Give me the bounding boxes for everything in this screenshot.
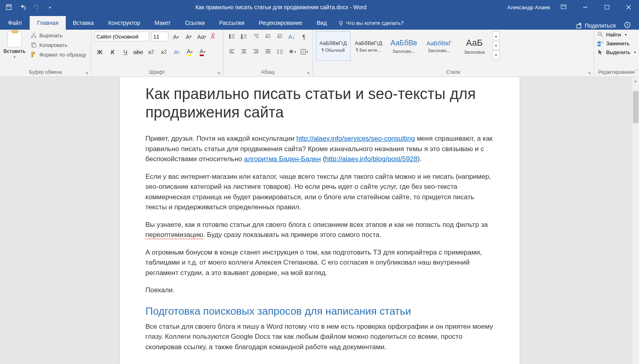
font-dialog-launcher[interactable]: ⬊	[217, 71, 221, 75]
decrease-indent-button[interactable]	[263, 31, 273, 42]
bullets-button[interactable]	[227, 31, 237, 42]
vertical-scrollbar[interactable]: ▴	[632, 77, 639, 364]
close-button[interactable]	[621, 0, 637, 14]
scrollbar-thumb[interactable]	[633, 91, 639, 123]
borders-button[interactable]: ▾	[299, 47, 309, 57]
styles-more[interactable]: ▾	[493, 51, 500, 59]
lightbulb-icon	[338, 20, 344, 26]
tab-mailings[interactable]: Рассылки	[212, 16, 252, 30]
ribbon: Вставить ▾ Вырезать Копировать Формат по…	[0, 30, 639, 77]
styles-scroll-up[interactable]: ▴	[493, 31, 500, 40]
tab-layout[interactable]: Макет	[148, 16, 178, 30]
font-color-button[interactable]: A▾	[197, 47, 208, 57]
style-heading1[interactable]: АаБбВвЗаголово...	[387, 31, 421, 61]
styles-dialog-launcher[interactable]: ⬊	[588, 71, 591, 75]
group-styles: АаБбВвГгД¶ Обычный АаБбВвГгД¶ Без инте..…	[313, 30, 594, 77]
group-clipboard: Вставить ▾ Вырезать Копировать Формат по…	[0, 30, 91, 77]
tab-view[interactable]: Вид	[309, 16, 334, 30]
font-size-input[interactable]	[152, 32, 168, 41]
undo-button[interactable]	[18, 2, 27, 12]
brush-icon	[30, 51, 37, 58]
sort-button[interactable]: A↓	[287, 31, 297, 42]
superscript-button[interactable]: x2	[159, 47, 169, 57]
svg-rect-2	[561, 5, 566, 9]
tab-references[interactable]: Ссылки	[178, 16, 212, 30]
style-title[interactable]: АаБЗаголовок	[457, 31, 492, 61]
collapse-ribbon-button[interactable]: ˇ	[636, 69, 637, 75]
shrink-font-button[interactable]: A▾	[184, 31, 194, 42]
paragraph-2: Если у вас интернет-магазин или каталог,…	[146, 172, 494, 212]
svg-rect-18	[33, 44, 36, 47]
qat-customize[interactable]: ▾	[45, 2, 55, 12]
align-center-button[interactable]	[239, 47, 249, 57]
format-painter-button[interactable]: Формат по образцу	[29, 51, 88, 59]
maximize-button[interactable]	[599, 0, 615, 14]
justify-button[interactable]	[263, 47, 273, 57]
tab-review[interactable]: Рецензирование	[252, 16, 309, 30]
scissors-icon	[30, 32, 37, 38]
svg-point-13	[31, 36, 33, 38]
link-seo-consulting[interactable]: http://alaev.info/services/seo-consultin…	[296, 135, 415, 142]
paragraph-dialog-launcher[interactable]: ⬊	[307, 71, 310, 75]
highlight-button[interactable]: A▾	[185, 47, 195, 57]
svg-line-16	[32, 33, 35, 36]
show-marks-button[interactable]: ¶	[299, 31, 309, 42]
text-effects-button[interactable]: A▾	[172, 47, 182, 57]
paste-button[interactable]: Вставить ▾	[3, 31, 26, 59]
link-baden-baden[interactable]: алгоритма Баден-Баден	[244, 155, 321, 163]
style-heading2[interactable]: АаБбВвГЗаголово...	[422, 31, 456, 61]
select-button[interactable]: Выделить▾	[597, 49, 636, 55]
tab-file[interactable]: Файл	[0, 16, 30, 30]
change-case-button[interactable]: Aa▾	[197, 31, 207, 42]
svg-line-59	[601, 35, 603, 37]
svg-point-14	[34, 36, 36, 38]
styles-scroll-down[interactable]: ▾	[493, 41, 500, 50]
strikethrough-button[interactable]: abc	[133, 47, 144, 57]
tab-design[interactable]: Конструктор	[101, 16, 148, 30]
svg-text:3: 3	[241, 37, 243, 39]
page[interactable]: Как правильно писать статьи и seo-тексты…	[120, 77, 519, 364]
search-icon	[597, 31, 604, 38]
share-button[interactable]: Поделиться	[576, 22, 616, 29]
line-spacing-button[interactable]	[275, 47, 285, 57]
link-blog-post[interactable]: http://alaev.info/blog/post/5928	[325, 155, 417, 163]
user-name[interactable]: Александр Алаев	[507, 4, 550, 10]
window-title: Как правильно писать статьи для продвиже…	[55, 4, 507, 10]
numbering-button[interactable]: 123	[239, 31, 249, 42]
redo-button[interactable]	[31, 2, 41, 12]
tab-insert[interactable]: Вставка	[66, 16, 101, 30]
bold-button[interactable]: Ж	[95, 47, 105, 57]
svg-point-21	[229, 36, 230, 37]
minimize-button[interactable]	[577, 0, 593, 14]
clear-formatting-button[interactable]: A⊘	[209, 31, 220, 42]
cursor-icon	[597, 49, 604, 55]
spell-error: переоптимизацию	[146, 231, 203, 239]
multilevel-list-button[interactable]	[251, 31, 261, 42]
copy-button[interactable]: Копировать	[29, 41, 88, 49]
align-right-button[interactable]	[251, 47, 261, 57]
underline-button[interactable]: Ч	[120, 47, 131, 57]
svg-text:ab: ab	[598, 41, 601, 44]
save-button[interactable]	[4, 2, 14, 12]
titlebar: ▾ Как правильно писать статьи для продви…	[0, 0, 639, 14]
grow-font-button[interactable]: A▴	[171, 31, 181, 42]
italic-button[interactable]: К	[108, 47, 118, 57]
ribbon-display-button[interactable]	[556, 0, 572, 14]
svg-text:ac: ac	[598, 44, 601, 47]
history-button[interactable]	[624, 21, 631, 30]
align-left-button[interactable]	[227, 47, 237, 57]
find-button[interactable]: Найти▾	[597, 31, 636, 38]
style-nospacing[interactable]: АаБбВвГгД¶ Без инте...	[351, 31, 386, 61]
replace-button[interactable]: abac Заменить	[597, 40, 636, 47]
clipboard-dialog-launcher[interactable]: ⬊	[85, 71, 89, 75]
increase-indent-button[interactable]	[275, 31, 285, 42]
style-normal[interactable]: АаБбВвГгД¶ Обычный	[316, 31, 351, 61]
tab-home[interactable]: Главная	[30, 16, 65, 30]
cut-button[interactable]: Вырезать	[29, 31, 88, 39]
subscript-button[interactable]: x2	[146, 47, 156, 57]
tell-me-search[interactable]: Что вы хотите сделать?	[338, 16, 576, 30]
group-paragraph: 123 A↓ ¶ ▾ ▾ Абзац⬊	[223, 30, 313, 77]
paragraph-3: Вы узнаете, как я готовлю статьи для сво…	[146, 220, 494, 240]
font-name-input[interactable]	[95, 32, 149, 41]
shading-button[interactable]: ▾	[287, 47, 297, 57]
